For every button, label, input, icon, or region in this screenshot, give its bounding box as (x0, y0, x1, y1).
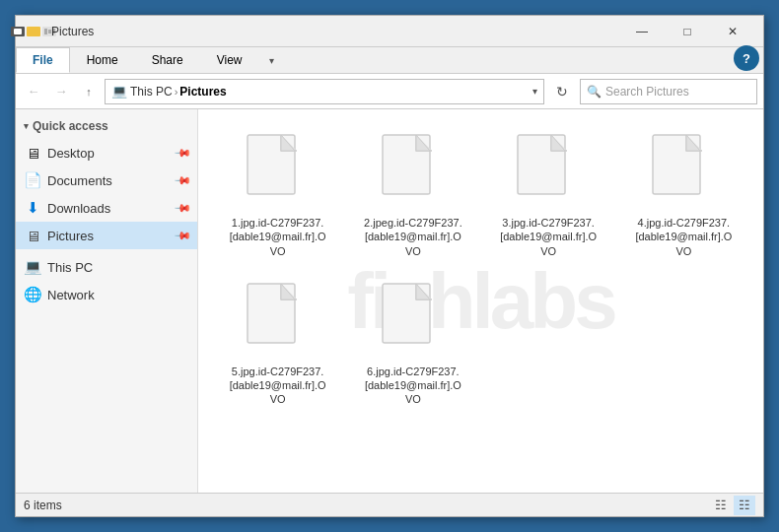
sidebar: ▾ Quick access 🖥 Desktop 📌 📄 Documents 📌… (16, 109, 198, 493)
sidebar-item-downloads[interactable]: ⬇ Downloads 📌 (16, 194, 197, 222)
sidebar-item-network[interactable]: 🌐 Network (16, 281, 197, 308)
back-button[interactable]: ← (22, 80, 45, 103)
thispc-icon: 💻 (24, 258, 41, 276)
breadcrumb-sep-1: › (175, 86, 178, 98)
title-controls: — □ ✕ (619, 16, 755, 47)
close-button[interactable]: ✕ (710, 16, 755, 47)
nav-bar: ← → ↑ 💻 This PC › Pictures ▾ ↻ 🔍 Search … (16, 74, 763, 109)
file-name-5: 5.jpg.id-C279F237.[dable19@mail.fr].OVO (229, 365, 327, 407)
file-name-3: 3.jpg.id-C279F237.[dable19@mail.fr].OVO (499, 216, 598, 258)
sidebar-item-desktop-label: Desktop (47, 146, 95, 161)
file-name-1: 1.jpg.id-C279F237.[dable19@mail.fr].OVO (229, 216, 327, 258)
downloads-icon: ⬇ (24, 199, 41, 217)
file-item-2[interactable]: 2.jpeg.id-C279F237.[dable19@mail.fr].OVO (349, 125, 476, 266)
sidebar-item-thispc-label: This PC (47, 260, 93, 275)
tab-view[interactable]: View (200, 47, 259, 73)
sidebar-item-documents-label: Documents (47, 173, 112, 188)
minimize-button[interactable]: — (619, 16, 665, 47)
file-item-4[interactable]: 4.jpg.id-C279F237.[dable19@mail.fr].OVO (620, 125, 747, 266)
quick-access-label: Quick access (33, 119, 108, 133)
list-view-button[interactable]: ☷ (710, 496, 732, 515)
sidebar-item-desktop[interactable]: 🖥 Desktop 📌 (16, 139, 197, 166)
sidebar-item-network-label: Network (47, 288, 95, 302)
tab-home[interactable]: Home (70, 47, 135, 73)
title-bar: Pictures — □ ✕ (16, 16, 763, 47)
main-area: ▾ Quick access 🖥 Desktop 📌 📄 Documents 📌… (16, 109, 763, 493)
tab-share[interactable]: Share (135, 47, 200, 73)
file-icon-1 (244, 133, 313, 212)
explorer-window: Pictures — □ ✕ File Home Share View ▾ ? … (15, 15, 764, 517)
file-icon-6 (379, 282, 448, 361)
documents-icon: 📄 (24, 171, 41, 189)
desktop-icon: 🖥 (24, 144, 41, 162)
tab-file[interactable]: File (16, 47, 70, 73)
view-buttons: ☷ ☷ (710, 496, 755, 515)
status-count: 6 items (24, 499, 62, 512)
pin-icon-desktop: 📌 (173, 143, 191, 162)
network-icon: 🌐 (24, 286, 41, 303)
pin-icon-documents: 📌 (173, 170, 191, 189)
file-name-4: 4.jpg.id-C279F237.[dable19@mail.fr].OVO (634, 216, 733, 258)
window-icon-area (24, 25, 43, 38)
pin-icon-pictures: 📌 (173, 226, 191, 244)
status-bar: 6 items ☷ ☷ (16, 493, 763, 516)
file-area: fishlabs 1.jpg.id-C279F237.[dable19@mail… (198, 109, 763, 493)
sidebar-item-pictures-label: Pictures (47, 229, 94, 243)
sidebar-item-thispc[interactable]: 💻 This PC (16, 253, 197, 281)
breadcrumb-pictures: Pictures (179, 85, 226, 99)
ribbon-collapse-chevron[interactable]: ▾ (259, 47, 285, 73)
help-button[interactable]: ? (734, 45, 759, 71)
file-item-1[interactable]: 1.jpg.id-C279F237.[dable19@mail.fr].OVO (214, 125, 341, 266)
ribbon-tabs: File Home Share View ▾ ? (16, 47, 763, 73)
file-item-5[interactable]: 5.jpg.id-C279F237.[dable19@mail.fr].OVO (214, 274, 341, 415)
quick-access-chevron: ▾ (24, 121, 29, 131)
window-title: Pictures (51, 25, 619, 38)
file-icon-3 (514, 133, 583, 212)
ribbon: File Home Share View ▾ ? (16, 47, 763, 74)
file-item-6[interactable]: 6.jpg.id-C279F237.[dable19@mail.fr].OVO (349, 274, 476, 415)
file-item-3[interactable]: 3.jpg.id-C279F237.[dable19@mail.fr].OVO (485, 125, 612, 266)
title-bar-icons (24, 25, 43, 38)
search-placeholder: Search Pictures (605, 85, 689, 99)
sidebar-item-pictures[interactable]: 🖥 Pictures 📌 (16, 222, 197, 249)
up-arrow-button[interactable]: ↑ (77, 80, 101, 103)
quick-access-group: ▾ Quick access 🖥 Desktop 📌 📄 Documents 📌… (16, 113, 197, 249)
large-icons-view-button[interactable]: ☷ (734, 496, 755, 515)
sidebar-item-documents[interactable]: 📄 Documents 📌 (16, 166, 197, 194)
files-grid: 1.jpg.id-C279F237.[dable19@mail.fr].OVO … (198, 109, 763, 431)
refresh-button[interactable]: ↻ (548, 78, 576, 105)
address-bar[interactable]: 💻 This PC › Pictures ▾ (105, 79, 544, 104)
pin-icon-downloads: 📌 (173, 198, 191, 217)
file-icon-4 (649, 133, 718, 212)
file-icon-5 (244, 282, 313, 361)
search-box[interactable]: 🔍 Search Pictures (580, 79, 757, 104)
file-name-2: 2.jpeg.id-C279F237.[dable19@mail.fr].OVO (364, 216, 462, 258)
breadcrumb-thispc: 💻 This PC (111, 84, 173, 99)
maximize-button[interactable]: □ (665, 16, 710, 47)
file-name-6: 6.jpg.id-C279F237.[dable19@mail.fr].OVO (364, 365, 462, 407)
sidebar-item-downloads-label: Downloads (47, 201, 110, 216)
file-icon-2 (379, 133, 448, 212)
forward-button[interactable]: → (49, 80, 73, 103)
address-dropdown-chevron[interactable]: ▾ (532, 86, 537, 97)
search-icon: 🔍 (587, 85, 602, 99)
quick-access-header[interactable]: ▾ Quick access (16, 113, 197, 139)
pictures-icon: 🖥 (24, 227, 41, 244)
